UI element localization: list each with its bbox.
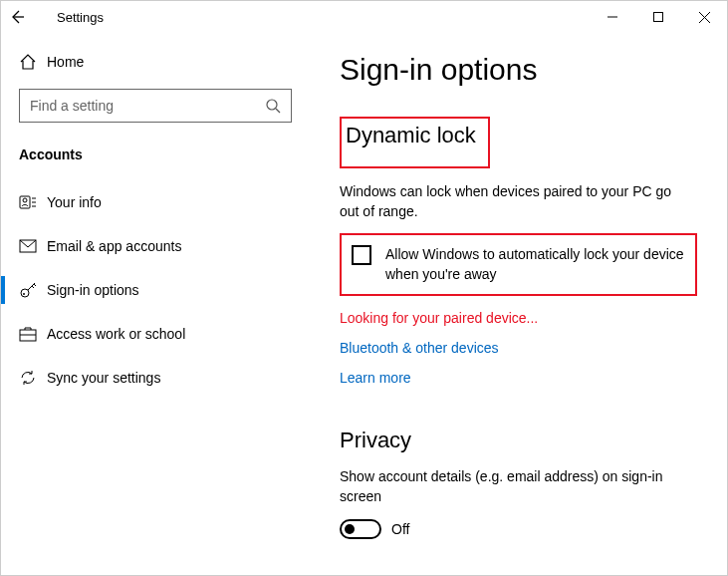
section-title-dynamic-lock: Dynamic lock	[346, 123, 476, 148]
window-title: Settings	[41, 10, 104, 25]
svg-rect-2	[654, 13, 663, 22]
maximize-button[interactable]	[635, 1, 681, 33]
svg-point-5	[267, 100, 277, 110]
key-icon	[19, 281, 47, 299]
home-label: Home	[47, 54, 84, 70]
titlebar: Settings	[1, 1, 727, 33]
pairing-status: Looking for your paired device...	[340, 310, 697, 326]
sidebar-item-sync-settings[interactable]: Sync your settings	[1, 356, 310, 400]
svg-point-14	[23, 293, 25, 295]
nav-label: Access work or school	[47, 326, 185, 342]
nav-label: Your info	[47, 194, 102, 210]
highlight-box-dynamic-lock: Dynamic lock	[340, 117, 490, 168]
dynamic-lock-checkbox-label: Allow Windows to automatically lock your…	[385, 245, 685, 284]
briefcase-icon	[19, 326, 47, 342]
search-input[interactable]: Find a setting	[19, 89, 292, 123]
section-accounts: Accounts	[1, 141, 310, 180]
svg-line-17	[34, 284, 36, 286]
main-content: Sign-in options Dynamic lock Windows can…	[310, 33, 727, 575]
page-title: Sign-in options	[340, 53, 697, 87]
search-placeholder: Find a setting	[30, 98, 265, 114]
dynamic-lock-checkbox[interactable]	[352, 245, 371, 265]
sidebar-item-your-info[interactable]: Your info	[1, 180, 310, 224]
mail-icon	[19, 239, 47, 253]
svg-line-6	[276, 109, 280, 113]
sidebar-item-email-app-accounts[interactable]: Email & app accounts	[1, 224, 310, 268]
home-icon	[19, 53, 47, 71]
svg-line-16	[32, 286, 34, 288]
home-button[interactable]: Home	[1, 45, 310, 79]
svg-point-8	[23, 198, 27, 202]
svg-line-15	[28, 283, 35, 290]
highlight-box-checkbox: Allow Windows to automatically lock your…	[340, 233, 697, 296]
search-icon	[265, 98, 281, 114]
nav-label: Sign-in options	[47, 282, 139, 298]
nav-label: Sync your settings	[47, 370, 160, 386]
bluetooth-devices-link[interactable]: Bluetooth & other devices	[340, 340, 697, 356]
sidebar-item-sign-in-options[interactable]: Sign-in options	[1, 268, 310, 312]
close-button[interactable]	[681, 1, 727, 33]
dynamic-lock-description: Windows can lock when devices paired to …	[340, 182, 678, 221]
sync-icon	[19, 369, 47, 387]
privacy-toggle[interactable]	[340, 519, 381, 539]
person-icon	[19, 193, 47, 211]
learn-more-link[interactable]: Learn more	[340, 370, 697, 386]
nav-label: Email & app accounts	[47, 238, 181, 254]
section-title-privacy: Privacy	[340, 428, 411, 453]
back-button[interactable]	[9, 9, 41, 25]
sidebar: Home Find a setting Accounts Your info E…	[1, 33, 310, 575]
svg-point-13	[21, 289, 29, 297]
sidebar-item-access-work-school[interactable]: Access work or school	[1, 312, 310, 356]
privacy-toggle-state: Off	[391, 521, 409, 537]
window-controls	[590, 1, 727, 33]
minimize-button[interactable]	[590, 1, 635, 33]
privacy-description: Show account details (e.g. email address…	[340, 467, 678, 506]
